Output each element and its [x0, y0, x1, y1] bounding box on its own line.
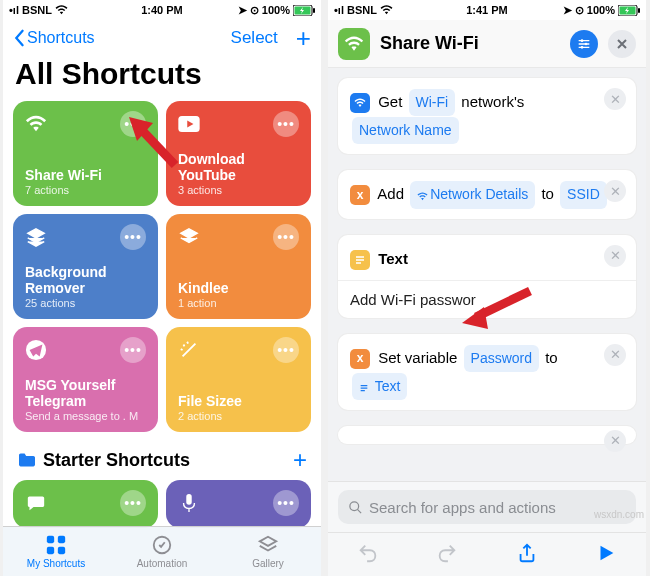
- tile-menu-button[interactable]: •••: [273, 111, 299, 137]
- run-button[interactable]: [595, 542, 617, 568]
- tile-menu-button[interactable]: •••: [273, 224, 299, 250]
- tile-subtitle: 25 actions: [25, 297, 146, 309]
- action-text: Get: [378, 93, 402, 110]
- select-button[interactable]: Select: [231, 28, 278, 48]
- remove-action-button[interactable]: ✕: [604, 245, 626, 267]
- shortcuts-app-screen: •ıl BSNL 1:40 PM ➤ ⊙ 100% Shortcuts Sele…: [3, 0, 321, 576]
- shortcut-app-icon[interactable]: [338, 28, 370, 60]
- battery-icon: [618, 5, 640, 16]
- chat-icon: [25, 492, 47, 514]
- tile-menu-button[interactable]: •••: [120, 337, 146, 363]
- alarm-icon: ⊙: [250, 4, 259, 17]
- action-cutoff[interactable]: ✕: [338, 426, 636, 444]
- clock-label: 1:41 PM: [466, 4, 508, 16]
- action-text: Add: [377, 185, 404, 202]
- token-wifi[interactable]: Wi-Fi: [409, 89, 456, 116]
- shortcut-title[interactable]: Share Wi-Fi: [380, 33, 560, 54]
- clock-label: 1:40 PM: [141, 4, 183, 16]
- wifi-icon: [380, 5, 393, 15]
- action-add-to-ssid[interactable]: ✕ x Add Network Details to SSID: [338, 170, 636, 218]
- section-header: Starter Shortcuts +: [3, 432, 321, 480]
- search-bar-container: Search for apps and actions: [328, 481, 646, 532]
- token-password[interactable]: Password: [464, 345, 539, 372]
- tile-menu-button[interactable]: •••: [273, 490, 299, 516]
- settings-button[interactable]: [570, 30, 598, 58]
- action-text: Set variable: [378, 349, 457, 366]
- tile-subtitle: 3 actions: [178, 184, 299, 196]
- variable-mini-icon: x: [350, 349, 370, 369]
- tile-title: Download YouTube: [178, 151, 299, 183]
- folder-icon: [17, 452, 37, 468]
- tile-subtitle: 1 action: [178, 297, 299, 309]
- tile-title: MSG Yourself Telegram: [25, 377, 146, 409]
- telegram-icon: [25, 339, 47, 361]
- svg-rect-9: [58, 547, 65, 554]
- tab-label: My Shortcuts: [27, 558, 85, 569]
- token-network-details[interactable]: Network Details: [410, 181, 535, 208]
- text-mini-icon: [350, 250, 370, 270]
- tile-menu-button[interactable]: •••: [273, 337, 299, 363]
- token-ssid[interactable]: SSID: [560, 181, 607, 208]
- tab-gallery[interactable]: Gallery: [215, 527, 321, 576]
- page-title: All Shortcuts: [3, 55, 321, 101]
- tab-my-shortcuts[interactable]: My Shortcuts: [3, 527, 109, 576]
- svg-rect-2: [313, 8, 315, 13]
- remove-action-button[interactable]: ✕: [604, 430, 626, 452]
- action-get-network-name[interactable]: ✕ Get Wi-Fi network's Network Name: [338, 78, 636, 154]
- remove-action-button[interactable]: ✕: [604, 88, 626, 110]
- tile-menu-button[interactable]: •••: [120, 490, 146, 516]
- alarm-icon: ⊙: [575, 4, 584, 17]
- svg-rect-5: [186, 494, 191, 505]
- carrier-label: BSNL: [347, 4, 377, 16]
- battery-label: 100%: [587, 4, 615, 16]
- tile-starter-1[interactable]: •••: [13, 480, 158, 528]
- search-input[interactable]: Search for apps and actions: [338, 490, 636, 524]
- location-icon: ➤: [563, 4, 572, 17]
- tab-automation[interactable]: Automation: [109, 527, 215, 576]
- share-button[interactable]: [516, 542, 538, 568]
- action-label: Text: [378, 250, 408, 267]
- mic-icon: [178, 492, 200, 514]
- tile-background-remover[interactable]: ••• Background Remover 25 actions: [13, 214, 158, 319]
- tile-file-sizee[interactable]: ••• File Sizee 2 actions: [166, 327, 311, 432]
- actions-list: ✕ Get Wi-Fi network's Network Name ✕ x A…: [328, 68, 646, 483]
- token-network-name[interactable]: Network Name: [352, 117, 459, 144]
- section-add-button[interactable]: +: [293, 446, 307, 474]
- svg-point-15: [585, 42, 588, 45]
- svg-rect-6: [47, 536, 54, 543]
- add-shortcut-button[interactable]: +: [296, 25, 311, 51]
- tile-subtitle: 7 actions: [25, 184, 146, 196]
- tile-msg-telegram[interactable]: ••• MSG Yourself Telegram Send a message…: [13, 327, 158, 432]
- wifi-icon: [25, 113, 47, 135]
- wifi-icon: [55, 5, 68, 15]
- undo-button[interactable]: [357, 542, 379, 568]
- layers-icon: [25, 226, 47, 248]
- battery-icon: [293, 5, 315, 16]
- tile-title: Background Remover: [25, 264, 146, 296]
- back-label: Shortcuts: [27, 29, 95, 47]
- signal-icon: •ıl: [9, 4, 19, 16]
- redo-button[interactable]: [436, 542, 458, 568]
- svg-point-14: [581, 39, 584, 42]
- tile-kindlee[interactable]: ••• Kindlee 1 action: [166, 214, 311, 319]
- back-shortcuts-button[interactable]: Shortcuts: [13, 29, 95, 47]
- svg-point-16: [581, 46, 584, 49]
- carrier-label: BSNL: [22, 4, 52, 16]
- tile-subtitle: Send a message to . M: [25, 410, 146, 422]
- svg-rect-7: [58, 536, 65, 543]
- tile-download-youtube[interactable]: ••• Download YouTube 3 actions: [166, 101, 311, 206]
- action-set-variable[interactable]: ✕ x Set variable Password to Text: [338, 334, 636, 410]
- tile-subtitle: 2 actions: [178, 410, 299, 422]
- tile-starter-2[interactable]: •••: [166, 480, 311, 528]
- tile-menu-button[interactable]: •••: [120, 224, 146, 250]
- annotation-arrow-right: [460, 283, 540, 333]
- remove-action-button[interactable]: ✕: [604, 344, 626, 366]
- close-button[interactable]: [608, 30, 636, 58]
- token-text[interactable]: Text: [352, 373, 407, 400]
- tile-title: File Sizee: [178, 393, 299, 409]
- watermark: wsxdn.com: [594, 509, 644, 520]
- variable-mini-icon: x: [350, 185, 370, 205]
- action-text: to: [541, 185, 554, 202]
- nav-bar: Shortcuts Select +: [3, 20, 321, 55]
- editor-header: Share Wi-Fi: [328, 20, 646, 68]
